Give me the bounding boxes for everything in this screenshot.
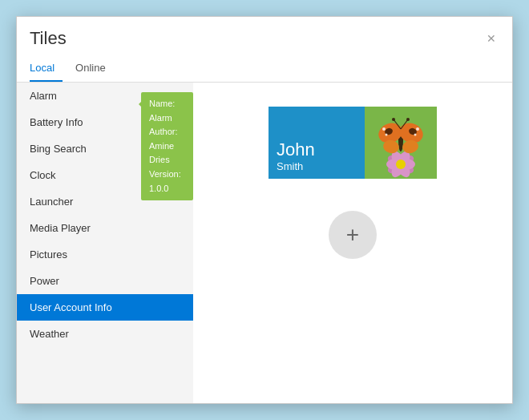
tile-container: John Smith: [269, 107, 437, 179]
right-panel: John Smith: [193, 83, 512, 403]
tab-online[interactable]: Online: [75, 59, 114, 82]
alarm-tooltip: Name: Alarm Author: Amine Dries Version:…: [141, 92, 193, 200]
title-bar: Tiles ✕: [17, 17, 512, 49]
list-item-pictures[interactable]: Pictures: [17, 241, 193, 268]
svg-point-15: [416, 127, 419, 131]
list-item-weather[interactable]: Weather: [17, 321, 193, 347]
tooltip-version: Version: 1.0.0: [149, 168, 185, 196]
tile-blue[interactable]: John Smith: [269, 107, 365, 179]
list-item-user-account-info[interactable]: User Account Info: [17, 294, 193, 321]
svg-point-14: [382, 127, 386, 131]
tile-first-name: John: [277, 139, 357, 160]
svg-point-21: [406, 118, 410, 121]
svg-point-16: [386, 134, 388, 136]
tooltip-author: Author: Amine Dries: [149, 125, 185, 168]
list-panel: Name: Alarm Author: Amine Dries Version:…: [17, 83, 193, 403]
svg-point-17: [414, 134, 417, 136]
tab-local[interactable]: Local: [30, 59, 63, 82]
tiles-dialog: Tiles ✕ Local Online Name: Alarm Author:…: [16, 16, 513, 404]
list-item-media-player[interactable]: Media Player: [17, 215, 193, 241]
tabs-bar: Local Online: [17, 52, 512, 83]
svg-point-20: [392, 118, 395, 121]
dialog-title: Tiles: [30, 28, 67, 49]
svg-point-6: [396, 160, 406, 169]
tile-last-name: Smith: [277, 160, 357, 172]
content-area: Name: Alarm Author: Amine Dries Version:…: [17, 83, 512, 403]
tile-image: [365, 107, 437, 179]
close-button[interactable]: ✕: [483, 31, 499, 46]
list-item-power[interactable]: Power: [17, 268, 193, 294]
add-tile-button[interactable]: +: [329, 211, 377, 259]
tooltip-name: Name: Alarm: [149, 97, 185, 125]
